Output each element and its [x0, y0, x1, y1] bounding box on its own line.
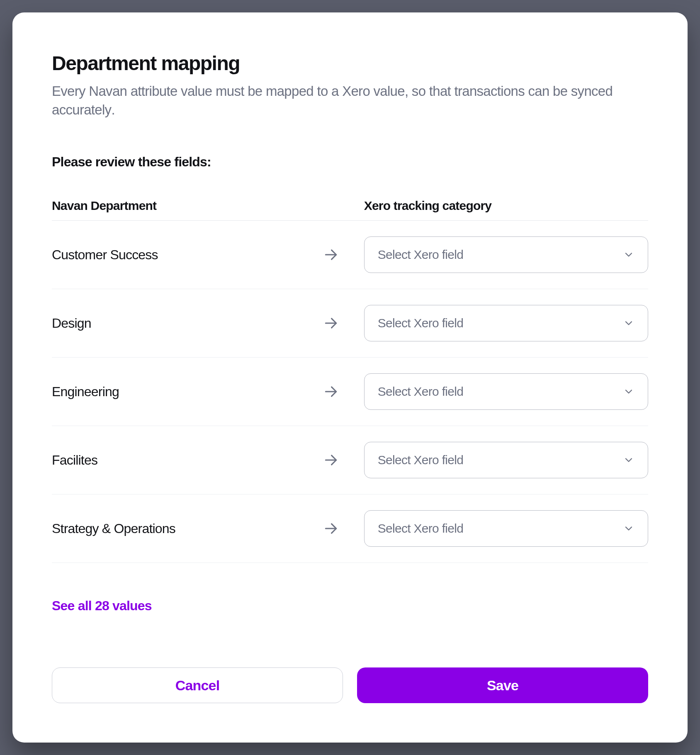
xero-select[interactable]: Select Xero field — [364, 236, 648, 273]
mapping-dialog: Department mapping Every Navan attribute… — [12, 12, 688, 743]
dept-label: Strategy & Operations — [52, 521, 323, 536]
arrow-right-icon — [323, 315, 339, 331]
col-target: Xero tracking category — [364, 199, 648, 213]
dialog-title: Department mapping — [52, 52, 648, 75]
arrow-right-icon — [323, 520, 339, 537]
dialog-subtitle: Every Navan attribute value must be mapp… — [52, 82, 648, 119]
chevron-down-icon — [623, 386, 634, 397]
dialog-footer: Cancel Save — [52, 651, 648, 703]
table-row: Facilites Select Xero field — [52, 426, 648, 494]
xero-select[interactable]: Select Xero field — [364, 373, 648, 410]
save-button[interactable]: Save — [357, 667, 648, 703]
select-placeholder: Select Xero field — [378, 316, 464, 330]
col-source: Navan Department — [52, 199, 323, 213]
select-placeholder: Select Xero field — [378, 521, 464, 536]
arrow-right-icon — [323, 452, 339, 468]
chevron-down-icon — [623, 454, 634, 466]
table-row: Engineering Select Xero field — [52, 358, 648, 426]
select-placeholder: Select Xero field — [378, 453, 464, 467]
review-label: Please review these fields: — [52, 154, 648, 170]
select-placeholder: Select Xero field — [378, 385, 464, 399]
dept-label: Design — [52, 316, 323, 331]
xero-select[interactable]: Select Xero field — [364, 510, 648, 547]
table-row: Customer Success Select Xero field — [52, 221, 648, 289]
chevron-down-icon — [623, 249, 634, 261]
chevron-down-icon — [623, 523, 634, 534]
table-row: Strategy & Operations Select Xero field — [52, 494, 648, 563]
arrow-right-icon — [323, 246, 339, 263]
dept-label: Facilites — [52, 453, 323, 468]
arrow-right-icon — [323, 383, 339, 400]
select-placeholder: Select Xero field — [378, 248, 464, 262]
dept-label: Customer Success — [52, 247, 323, 263]
chevron-down-icon — [623, 317, 634, 329]
table-row: Design Select Xero field — [52, 289, 648, 358]
table-header: Navan Department Xero tracking category — [52, 199, 648, 221]
xero-select[interactable]: Select Xero field — [364, 442, 648, 478]
cancel-button[interactable]: Cancel — [52, 667, 343, 703]
see-all-link[interactable]: See all 28 values — [52, 598, 648, 614]
xero-select[interactable]: Select Xero field — [364, 305, 648, 341]
dept-label: Engineering — [52, 384, 323, 399]
